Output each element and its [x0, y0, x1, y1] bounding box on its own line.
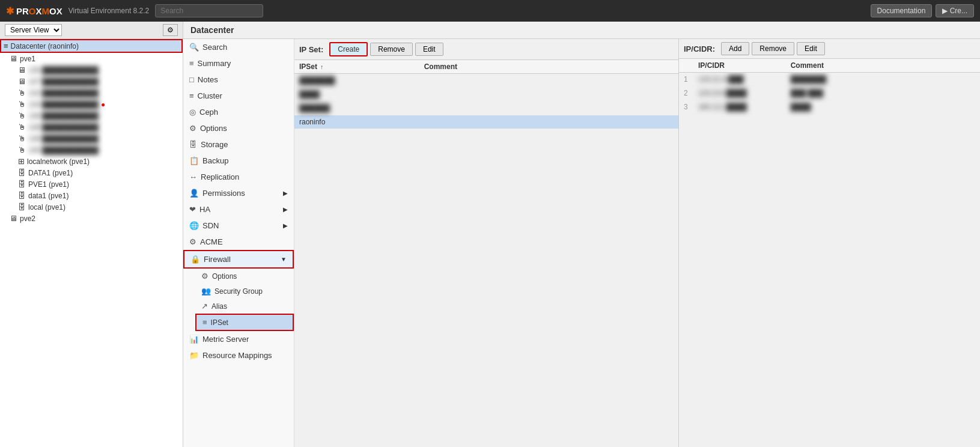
alias-icon: ↗ [201, 302, 208, 311]
cidr-ip-1: 115.21.9.███ [698, 75, 791, 84]
nav-resource-mappings-label: Resource Mappings [202, 351, 272, 360]
sidebar-tree: ≡ Datacenter (raoninfo) 🖥 pve1 🖥 135 ███… [0, 39, 183, 447]
warning-dot: ● [101, 100, 105, 109]
ipset-comment-raoninfo [424, 118, 674, 126]
ct-icon-132: 🖱 [18, 88, 26, 97]
sidebar-item-134[interactable]: 🖱 134 ███████████ ● [0, 99, 183, 110]
ipset-name-1: ███████ [299, 76, 424, 85]
cidr-add-button[interactable]: Add [721, 42, 749, 55]
sidebar-item-pve2[interactable]: 🖥 pve2 [0, 213, 183, 224]
permissions-arrow-icon: ▶ [283, 190, 288, 196]
nav-cluster[interactable]: ≡ Cluster [183, 88, 294, 104]
sidebar-item-137[interactable]: 🖥 137 ███████████ [0, 76, 183, 87]
nav-backup[interactable]: 📋 Backup [183, 153, 294, 169]
vm-label-135: 135 ███████████ [28, 66, 99, 74]
nav-alias[interactable]: ↗ Alias [195, 299, 294, 314]
ipset-col-label: IPSet [299, 62, 317, 71]
sdn-icon: ⊞ [18, 157, 25, 166]
ipset-row-3[interactable]: ██████ [294, 102, 678, 115]
sidebar-gear-button[interactable]: ⚙ [163, 24, 178, 36]
create-button-top[interactable]: ▶ Cre... [936, 4, 974, 17]
nav-cluster-label: Cluster [198, 91, 222, 100]
acme-icon: ⚙ [189, 237, 196, 246]
nav-acme[interactable]: ⚙ ACME [183, 234, 294, 250]
topbar-search-input[interactable] [155, 4, 263, 17]
nav-summary[interactable]: ≡ Summary [183, 55, 294, 71]
cidr-table-body: 1 115.21.9.███ ███████ 2 123.214.████ ██… [679, 73, 980, 447]
nav-permissions[interactable]: 👤 Permissions ▶ [183, 185, 294, 201]
ct-label-136: 136 ███████████ [28, 112, 99, 120]
ct-label-139: 139 ███████████ [28, 135, 99, 143]
nav-security-group[interactable]: 👥 Security Group [195, 284, 294, 299]
nav-options[interactable]: ⚙ Options [183, 120, 294, 136]
nav-fw-options[interactable]: ⚙ Options [195, 269, 294, 284]
ipset-toolbar: IP Set: Create Remove Edit [294, 39, 678, 60]
node-label: pve1 [20, 55, 35, 63]
sidebar-item-pve1[interactable]: 🖥 pve1 [0, 53, 183, 64]
ha-icon: ❤ [189, 205, 196, 214]
ct-icon-139: 🖱 [18, 134, 26, 143]
sidebar: Server View ⚙ ≡ Datacenter (raoninfo) 🖥 … [0, 22, 183, 447]
nav-ha-label: HA [199, 205, 210, 214]
ipset-remove-button[interactable]: Remove [370, 43, 413, 56]
sidebar-item-local[interactable]: 🗄 local (pve1) [0, 201, 183, 213]
datacenter-icon: ≡ [4, 41, 8, 50]
cidr-num-1: 1 [684, 75, 698, 84]
ipset-label: IP Set: [299, 45, 323, 54]
cidr-row-3[interactable]: 3 183.111.████ ████ [679, 100, 980, 114]
nav-notes[interactable]: □ Notes [183, 71, 294, 88]
ipset-comment-1 [424, 76, 674, 85]
cidr-remove-button[interactable]: Remove [752, 42, 794, 55]
storage-label-local: local (pve1) [28, 203, 65, 211]
ipset-row-raoninfo[interactable]: raoninfo [294, 115, 678, 129]
sidebar-item-132[interactable]: 🖱 132 ███████████ [0, 87, 183, 99]
sidebar-item-pve1-store[interactable]: 🗄 PVE1 (pve1) [0, 178, 183, 190]
nav-ceph-label: Ceph [199, 108, 218, 117]
storage-label-pve1: PVE1 (pve1) [28, 180, 69, 189]
ipset-name-3: ██████ [299, 104, 424, 112]
main-panel: IP Set: Create Remove Edit IPSet ↑ Comme… [294, 39, 980, 447]
nav-replication[interactable]: ↔ Replication [183, 169, 294, 185]
sidebar-item-data1[interactable]: 🗄 DATA1 (pve1) [0, 167, 183, 178]
sidebar-item-localnetwork[interactable]: ⊞ localnetwork (pve1) [0, 156, 183, 167]
nav-firewall[interactable]: 🔒 Firewall ▼ [183, 250, 294, 269]
ipset-name-raoninfo: raoninfo [299, 118, 424, 126]
nav-ha[interactable]: ❤ HA ▶ [183, 201, 294, 217]
cidr-edit-button[interactable]: Edit [797, 42, 825, 55]
nav-replication-label: Replication [201, 172, 239, 181]
sidebar-item-data1lower[interactable]: 🗄 data1 (pve1) [0, 190, 183, 201]
security-group-icon: 👥 [201, 287, 211, 296]
ct-icon-140: 🖱 [18, 145, 26, 154]
ipset-row-2[interactable]: ████ [294, 88, 678, 102]
nav-metric-server[interactable]: 📊 Metric Server [183, 331, 294, 347]
ipset-edit-button[interactable]: Edit [415, 43, 443, 56]
cidr-row-2[interactable]: 2 123.214.████ ███ ███ [679, 87, 980, 100]
nav-resource-mappings[interactable]: 📁 Resource Mappings [183, 347, 294, 363]
vm-icon-137: 🖥 [18, 77, 26, 86]
nav-search-label: Search [202, 43, 227, 52]
nav-search[interactable]: 🔍 Search [183, 39, 294, 55]
search-nav-icon: 🔍 [189, 43, 199, 52]
cidr-ip-2: 123.214.████ [698, 89, 791, 97]
sidebar-item-datacenter[interactable]: ≡ Datacenter (raoninfo) [0, 39, 183, 53]
nav-sdn[interactable]: 🌐 SDN ▶ [183, 217, 294, 234]
ipset-create-button[interactable]: Create [329, 42, 368, 56]
nav-storage[interactable]: 🗄 Storage [183, 136, 294, 153]
ipset-row-1[interactable]: ███████ [294, 74, 678, 88]
cidr-row-1[interactable]: 1 115.21.9.███ ███████ [679, 73, 980, 87]
documentation-button[interactable]: Documentation [871, 4, 933, 17]
sidebar-item-140[interactable]: 🖱 140 ███████████ [0, 144, 183, 156]
ha-arrow-icon: ▶ [283, 206, 288, 213]
sidebar-item-139[interactable]: 🖱 139 ███████████ [0, 133, 183, 144]
sidebar-item-135[interactable]: 🖥 135 ███████████ [0, 64, 183, 76]
sidebar-item-138[interactable]: 🖱 138 ███████████ [0, 121, 183, 133]
nav-options-label: Options [200, 124, 227, 133]
sort-arrow-icon: ↑ [320, 64, 323, 70]
product-version: Virtual Environment 8.2.2 [68, 7, 150, 15]
nav-ipset[interactable]: ≡ IPSet [195, 314, 294, 331]
logo-text: PROXMOX [16, 6, 62, 16]
fw-options-icon: ⚙ [201, 272, 208, 281]
nav-ceph[interactable]: ◎ Ceph [183, 104, 294, 120]
sidebar-item-136[interactable]: 🖱 136 ███████████ [0, 110, 183, 121]
view-selector[interactable]: Server View [5, 24, 62, 36]
